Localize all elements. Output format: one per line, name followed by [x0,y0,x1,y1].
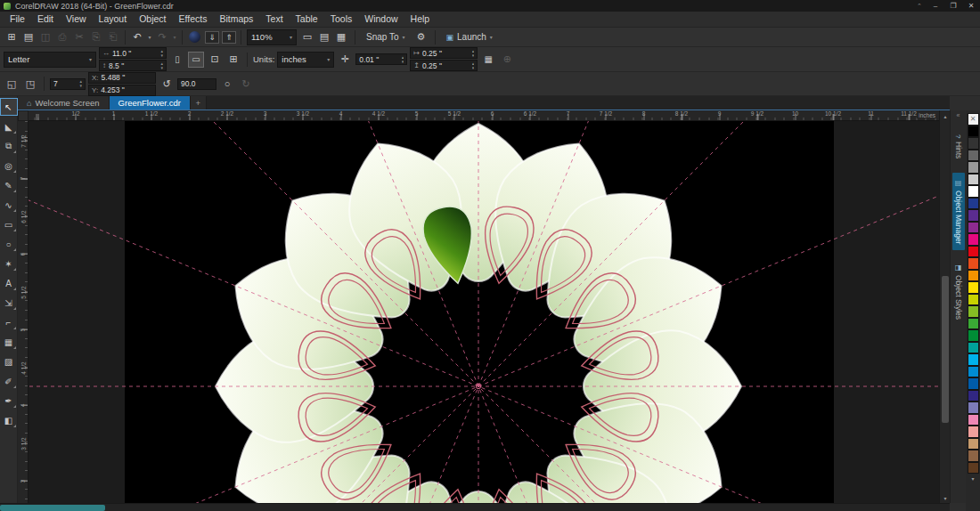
color-swatch[interactable] [968,209,979,222]
spinner[interactable]: ▴▾ [472,49,475,58]
color-swatch[interactable] [968,305,979,318]
rectangle-tool[interactable]: ▭ [1,216,17,232]
color-swatch[interactable] [968,353,979,366]
color-swatch[interactable] [968,342,979,354]
ellipse-tool[interactable]: ○ [1,236,17,252]
color-swatch[interactable] [968,174,979,186]
treat-as-filled-button[interactable]: ▦ [480,52,496,68]
color-swatch[interactable] [968,126,979,138]
docker-tab-hints[interactable]: ?Hints [952,128,965,166]
parallel-dimension-tool[interactable]: ⇲ [1,295,17,311]
color-swatch[interactable] [968,329,979,342]
portrait-button[interactable]: ▯ [169,52,185,68]
menu-effects[interactable]: Effects [172,12,213,27]
undo-icon[interactable]: ↶ [129,29,145,45]
page-width-field[interactable]: ↔ 11.0 "▴▾ [99,47,167,59]
color-swatch[interactable] [968,137,979,150]
new-tab-button[interactable]: + [191,96,207,110]
duplicate-x-field[interactable]: ↦ 0.25 "▴▾ [410,47,478,59]
position-y-field[interactable]: Y: 4.253 " [88,85,156,96]
crop-tool[interactable]: ⧉ [1,138,17,154]
undo-dropdown-icon[interactable]: ▾ [146,29,153,45]
docker-tab-object-manager[interactable]: ▤Object Manager [952,173,965,250]
color-swatch[interactable] [968,462,979,474]
eyedropper-tool[interactable]: ✐ [1,373,17,389]
shape-tool[interactable]: ◣ [1,118,17,134]
color-swatch[interactable] [968,294,979,306]
color-swatch[interactable] [968,161,979,174]
snap-window-icon[interactable]: ◱ [4,77,20,92]
no-color-swatch[interactable]: ✕ [968,113,979,126]
color-swatch[interactable] [968,185,979,198]
color-swatch[interactable] [968,450,979,462]
maximize-button[interactable]: ❐ [944,0,962,12]
collapse-bar-icon[interactable]: ⌃ [912,3,927,10]
horizontal-scrollbar[interactable] [0,503,950,511]
mesh-fill-tool[interactable]: ▦ [1,334,17,350]
vertical-scroll-thumb[interactable] [942,276,949,423]
color-swatch[interactable] [968,246,979,258]
spinner[interactable]: ▴▾ [160,61,163,70]
menu-view[interactable]: View [60,12,93,27]
color-swatch[interactable] [968,270,979,282]
docker-tab-object-styles[interactable]: ◨Object Styles [952,257,965,326]
connector-tool[interactable]: ⌐ [1,314,17,330]
color-swatch[interactable] [968,318,979,330]
show-rulers-icon[interactable]: ▤ [316,29,332,45]
drawing-canvas[interactable] [29,121,939,503]
menu-file[interactable]: File [4,12,31,27]
vertical-ruler[interactable]: 7 1/276 1/265 1/254 1/243 1/23 [18,121,29,503]
horizontal-ruler[interactable]: inches 1/211 1/222 1/233 1/244 1/255 1/2… [29,110,939,121]
menu-bitmaps[interactable]: Bitmaps [213,12,259,27]
snap-objects-icon[interactable]: ◳ [22,77,38,92]
color-swatch[interactable] [968,414,979,426]
menu-edit[interactable]: Edit [31,12,60,27]
color-swatch[interactable] [968,366,979,378]
freehand-tool[interactable]: ✎ [1,177,17,193]
nudge-offset-field[interactable]: 0.01 "▴▾ [355,53,407,65]
pick-tool[interactable]: ↖ [1,99,17,115]
color-swatch[interactable] [968,150,979,162]
color-swatch[interactable] [968,198,979,210]
spinner[interactable]: ▴▾ [160,49,163,58]
docker-collapse-icon[interactable]: « [957,112,960,121]
color-swatch[interactable] [968,438,979,450]
interactive-fill-tool[interactable]: ◧ [1,412,17,428]
duplicate-y-field[interactable]: ↥ 0.25 "▴▾ [410,60,478,71]
rotation-angle-field[interactable]: 90.0 [177,78,216,90]
color-swatch[interactable] [968,426,979,438]
zoom-level-combo[interactable]: 110% ▾ [247,29,297,45]
palette-more-icon[interactable]: ▾ [971,475,974,482]
transparency-tool[interactable]: ▨ [1,353,17,369]
vertical-scrollbar[interactable]: ▴ ▾ [939,110,950,503]
import-icon[interactable]: ⇓ [205,31,219,44]
menu-tools[interactable]: Tools [324,12,359,27]
document-tab-greenflower-cdr[interactable]: GreenFlower.cdr [110,96,191,110]
minimize-button[interactable]: – [927,0,944,12]
spinner[interactable]: ▴▾ [402,55,404,64]
show-grid-icon[interactable]: ▦ [333,29,349,45]
color-swatch[interactable] [968,402,979,414]
menu-window[interactable]: Window [358,12,404,27]
open-icon[interactable]: ▤ [20,29,37,45]
position-x-field[interactable]: X: 5.488 " [88,72,156,84]
spinner[interactable]: ▴▾ [472,61,475,70]
launch-button[interactable]: ▣ Launch ▾ [441,29,498,45]
outline-pen-tool[interactable]: ✒ [1,393,17,409]
search-content-icon[interactable]: ● [189,31,200,43]
ruler-origin-box[interactable] [18,110,29,121]
text-tool[interactable]: A [1,275,17,291]
polygon-tool[interactable]: ✶ [1,256,17,272]
horizontal-scroll-thumb[interactable] [0,505,105,511]
close-button[interactable]: ✕ [962,0,980,12]
document-tab-welcome-screen[interactable]: ⌂Welcome Screen [18,96,110,110]
count-field[interactable]: 7▴▾ [50,78,86,90]
color-swatch[interactable] [968,377,979,390]
menu-help[interactable]: Help [404,12,437,27]
menu-layout[interactable]: Layout [93,12,134,27]
export-icon[interactable]: ⇑ [222,31,236,44]
menu-object[interactable]: Object [133,12,172,27]
new-document-icon[interactable]: ⊞ [4,29,20,45]
spinner[interactable]: ▴▾ [79,79,82,88]
color-swatch[interactable] [968,390,979,402]
